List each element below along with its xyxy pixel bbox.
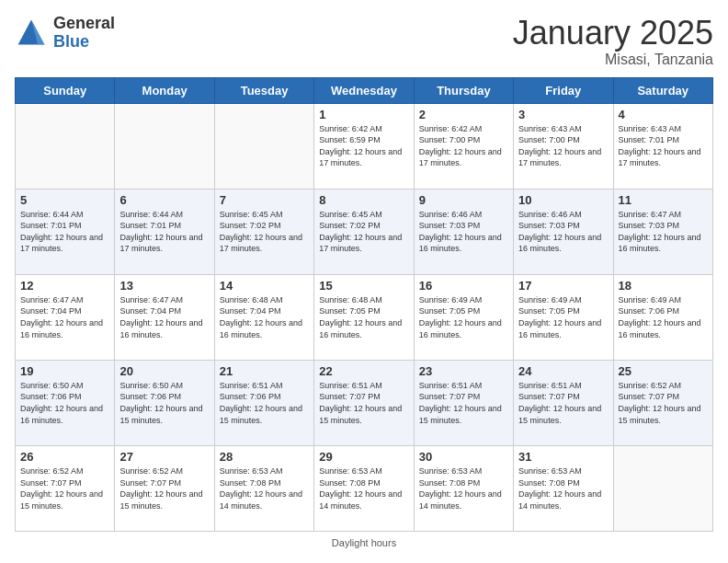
- day-number: 16: [419, 279, 508, 293]
- calendar-cell: 16Sunrise: 6:49 AM Sunset: 7:05 PM Dayli…: [414, 274, 513, 360]
- calendar-cell: 23Sunrise: 6:51 AM Sunset: 7:07 PM Dayli…: [414, 360, 513, 445]
- calendar-cell: 17Sunrise: 6:49 AM Sunset: 7:05 PM Dayli…: [514, 274, 613, 360]
- day-info: Sunrise: 6:47 AM Sunset: 7:04 PM Dayligh…: [20, 294, 109, 340]
- day-number: 31: [518, 450, 608, 464]
- calendar-cell: 4Sunrise: 6:43 AM Sunset: 7:01 PM Daylig…: [613, 103, 712, 189]
- calendar-cell: 31Sunrise: 6:53 AM Sunset: 7:08 PM Dayli…: [514, 445, 613, 531]
- calendar-cell: 1Sunrise: 6:42 AM Sunset: 6:59 PM Daylig…: [314, 103, 414, 189]
- day-info: Sunrise: 6:53 AM Sunset: 7:08 PM Dayligh…: [518, 465, 608, 511]
- calendar-cell: 6Sunrise: 6:44 AM Sunset: 7:01 PM Daylig…: [115, 189, 214, 274]
- logo-general-text: General: [53, 15, 115, 33]
- page: General Blue January 2025 Misasi, Tanzan…: [0, 0, 728, 563]
- calendar-cell: [214, 103, 313, 189]
- day-info: Sunrise: 6:43 AM Sunset: 7:00 PM Dayligh…: [518, 123, 608, 169]
- day-info: Sunrise: 6:44 AM Sunset: 7:01 PM Dayligh…: [20, 209, 109, 255]
- day-info: Sunrise: 6:50 AM Sunset: 7:06 PM Dayligh…: [20, 380, 109, 426]
- calendar-cell: 8Sunrise: 6:45 AM Sunset: 7:02 PM Daylig…: [314, 189, 414, 274]
- day-number: 9: [419, 193, 508, 207]
- logo: General Blue: [15, 15, 115, 52]
- day-number: 11: [619, 193, 708, 207]
- day-number: 2: [419, 108, 508, 121]
- day-number: 21: [220, 364, 309, 378]
- day-info: Sunrise: 6:51 AM Sunset: 7:06 PM Dayligh…: [220, 380, 309, 426]
- calendar-header-thursday: Thursday: [414, 77, 513, 103]
- calendar-cell: [16, 103, 115, 189]
- day-number: 29: [319, 450, 408, 464]
- day-number: 10: [518, 193, 608, 207]
- calendar-cell: 13Sunrise: 6:47 AM Sunset: 7:04 PM Dayli…: [115, 274, 214, 360]
- calendar-week-3: 12Sunrise: 6:47 AM Sunset: 7:04 PM Dayli…: [16, 274, 713, 360]
- calendar-cell: 29Sunrise: 6:53 AM Sunset: 7:08 PM Dayli…: [314, 445, 414, 531]
- logo-text: General Blue: [53, 15, 115, 52]
- day-info: Sunrise: 6:49 AM Sunset: 7:06 PM Dayligh…: [619, 294, 708, 340]
- day-info: Sunrise: 6:44 AM Sunset: 7:01 PM Dayligh…: [119, 209, 209, 255]
- day-number: 13: [119, 279, 209, 293]
- day-info: Sunrise: 6:47 AM Sunset: 7:04 PM Dayligh…: [119, 294, 209, 340]
- day-number: 24: [518, 364, 608, 378]
- calendar-cell: 12Sunrise: 6:47 AM Sunset: 7:04 PM Dayli…: [16, 274, 115, 360]
- day-number: 8: [319, 193, 408, 207]
- calendar-cell: 20Sunrise: 6:50 AM Sunset: 7:06 PM Dayli…: [115, 360, 214, 445]
- day-info: Sunrise: 6:52 AM Sunset: 7:07 PM Dayligh…: [20, 465, 109, 511]
- day-number: 18: [619, 279, 708, 293]
- calendar-cell: 25Sunrise: 6:52 AM Sunset: 7:07 PM Dayli…: [613, 360, 712, 445]
- calendar-cell: 30Sunrise: 6:53 AM Sunset: 7:08 PM Dayli…: [414, 445, 513, 531]
- day-info: Sunrise: 6:42 AM Sunset: 7:00 PM Dayligh…: [419, 123, 508, 169]
- month-title: January 2025: [513, 15, 713, 52]
- day-info: Sunrise: 6:53 AM Sunset: 7:08 PM Dayligh…: [319, 465, 408, 511]
- day-number: 28: [220, 450, 309, 464]
- day-info: Sunrise: 6:46 AM Sunset: 7:03 PM Dayligh…: [419, 209, 508, 255]
- day-number: 17: [518, 279, 608, 293]
- day-info: Sunrise: 6:53 AM Sunset: 7:08 PM Dayligh…: [220, 465, 309, 511]
- calendar-cell: 26Sunrise: 6:52 AM Sunset: 7:07 PM Dayli…: [16, 445, 115, 531]
- calendar-cell: 9Sunrise: 6:46 AM Sunset: 7:03 PM Daylig…: [414, 189, 513, 274]
- calendar-cell: 14Sunrise: 6:48 AM Sunset: 7:04 PM Dayli…: [214, 274, 313, 360]
- calendar-week-2: 5Sunrise: 6:44 AM Sunset: 7:01 PM Daylig…: [16, 189, 713, 274]
- calendar-cell: 15Sunrise: 6:48 AM Sunset: 7:05 PM Dayli…: [314, 274, 414, 360]
- day-info: Sunrise: 6:52 AM Sunset: 7:07 PM Dayligh…: [619, 380, 708, 426]
- logo-icon: [15, 17, 48, 50]
- day-info: Sunrise: 6:51 AM Sunset: 7:07 PM Dayligh…: [319, 380, 408, 426]
- day-number: 1: [319, 108, 408, 121]
- calendar-cell: 2Sunrise: 6:42 AM Sunset: 7:00 PM Daylig…: [414, 103, 513, 189]
- calendar-cell: 24Sunrise: 6:51 AM Sunset: 7:07 PM Dayli…: [514, 360, 613, 445]
- day-info: Sunrise: 6:47 AM Sunset: 7:03 PM Dayligh…: [619, 209, 708, 255]
- day-number: 3: [518, 108, 608, 121]
- calendar-week-4: 19Sunrise: 6:50 AM Sunset: 7:06 PM Dayli…: [16, 360, 713, 445]
- day-number: 22: [319, 364, 408, 378]
- day-info: Sunrise: 6:48 AM Sunset: 7:05 PM Dayligh…: [319, 294, 408, 340]
- day-number: 15: [319, 279, 408, 293]
- calendar-cell: 3Sunrise: 6:43 AM Sunset: 7:00 PM Daylig…: [514, 103, 613, 189]
- day-info: Sunrise: 6:49 AM Sunset: 7:05 PM Dayligh…: [419, 294, 508, 340]
- calendar-cell: 28Sunrise: 6:53 AM Sunset: 7:08 PM Dayli…: [214, 445, 313, 531]
- day-info: Sunrise: 6:43 AM Sunset: 7:01 PM Dayligh…: [619, 123, 708, 169]
- calendar-header-tuesday: Tuesday: [214, 77, 313, 103]
- calendar-table: SundayMondayTuesdayWednesdayThursdayFrid…: [15, 77, 713, 532]
- day-number: 5: [20, 193, 109, 207]
- day-number: 6: [119, 193, 209, 207]
- day-number: 23: [419, 364, 508, 378]
- day-info: Sunrise: 6:53 AM Sunset: 7:08 PM Dayligh…: [419, 465, 508, 511]
- day-number: 4: [619, 108, 708, 121]
- day-info: Sunrise: 6:46 AM Sunset: 7:03 PM Dayligh…: [518, 209, 608, 255]
- calendar-cell: 21Sunrise: 6:51 AM Sunset: 7:06 PM Dayli…: [214, 360, 313, 445]
- day-info: Sunrise: 6:51 AM Sunset: 7:07 PM Dayligh…: [518, 380, 608, 426]
- title-area: January 2025 Misasi, Tanzania: [513, 15, 713, 68]
- day-number: 20: [119, 364, 209, 378]
- day-number: 26: [20, 450, 109, 464]
- calendar-week-5: 26Sunrise: 6:52 AM Sunset: 7:07 PM Dayli…: [16, 445, 713, 531]
- day-info: Sunrise: 6:52 AM Sunset: 7:07 PM Dayligh…: [119, 465, 209, 511]
- calendar-header-monday: Monday: [115, 77, 214, 103]
- logo-blue-text: Blue: [53, 33, 115, 52]
- day-number: 7: [220, 193, 309, 207]
- calendar-cell: 27Sunrise: 6:52 AM Sunset: 7:07 PM Dayli…: [115, 445, 214, 531]
- day-number: 27: [119, 450, 209, 464]
- calendar-cell: 7Sunrise: 6:45 AM Sunset: 7:02 PM Daylig…: [214, 189, 313, 274]
- calendar-cell: 22Sunrise: 6:51 AM Sunset: 7:07 PM Dayli…: [314, 360, 414, 445]
- calendar-cell: 5Sunrise: 6:44 AM Sunset: 7:01 PM Daylig…: [16, 189, 115, 274]
- footer-note: Daylight hours: [15, 537, 713, 548]
- day-info: Sunrise: 6:45 AM Sunset: 7:02 PM Dayligh…: [319, 209, 408, 255]
- day-number: 12: [20, 279, 109, 293]
- header: General Blue January 2025 Misasi, Tanzan…: [15, 15, 713, 68]
- day-number: 19: [20, 364, 109, 378]
